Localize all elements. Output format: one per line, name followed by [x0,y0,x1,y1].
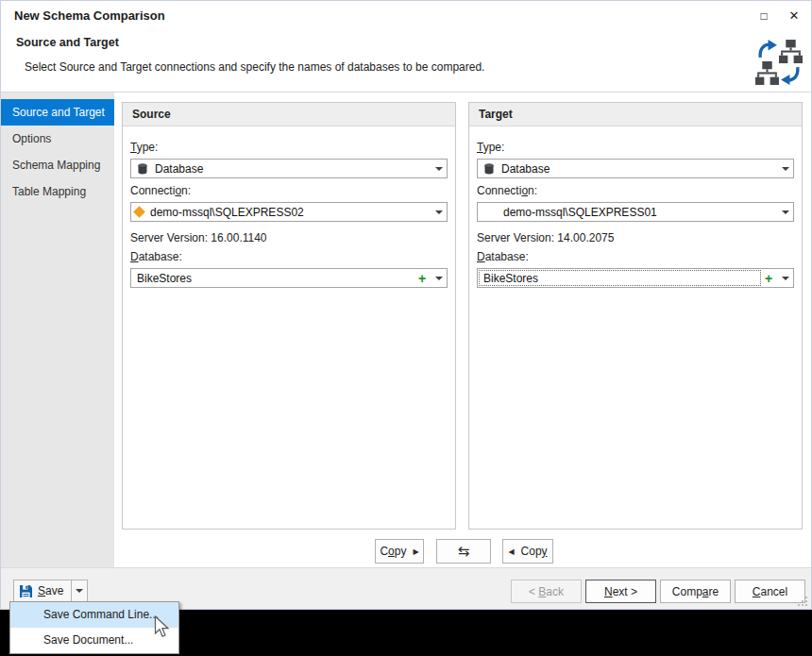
source-connection-label: Connection: [130,184,448,197]
target-database-combobox[interactable]: BikeStores + [477,268,794,288]
dropdown-arrow-icon[interactable] [431,203,447,221]
target-connection-dropdown[interactable]: demo-mssql\SQLEXPRESS01 [477,202,794,222]
screenshot-stage: New Schema Comparison □ ✕ Source and Tar… [0,0,812,656]
target-connection-label: Connection: [477,184,794,197]
source-server-version: Server Version: 16.00.1140 [130,231,448,244]
database-icon [137,163,148,175]
close-button[interactable]: ✕ [783,5,805,27]
sidebar-item-schema-mapping[interactable]: Schema Mapping [1,152,114,178]
database-icon [483,163,495,175]
sidebar-item-source-and-target[interactable]: Source and Target [1,99,114,126]
swap-source-target-button[interactable]: ⇆ [436,539,491,563]
source-database-combobox[interactable]: BikeStores + [130,268,448,288]
target-database-label: Database: [477,250,794,263]
window-title: New Schema Comparison [14,8,165,23]
maximize-button[interactable]: □ [753,5,775,27]
back-button[interactable]: < Back [511,580,582,603]
swap-icon: ⇆ [458,543,470,560]
source-type-value: Database [155,162,203,176]
copy-target-to-source-button[interactable]: ◀ Copy [502,539,553,563]
compare-button[interactable]: Compare [660,580,731,603]
dropdown-arrow-icon[interactable] [431,160,447,177]
resize-grip[interactable] [796,595,807,606]
target-panel: Target Type: Database Connection: demo-m… [468,102,803,530]
save-dropdown-arrow[interactable] [72,580,88,602]
next-button[interactable]: Next > [585,580,656,603]
source-panel: Source Type: Database Connection: [122,102,456,530]
source-type-dropdown[interactable]: Database [130,159,448,178]
cancel-button[interactable]: Cancel [735,580,805,603]
source-connection-dropdown[interactable]: demo-mssql\SQLEXPRESS02 [130,202,448,222]
target-type-value: Database [501,162,550,176]
add-database-icon[interactable]: + [415,269,429,287]
source-type-label: Type: [130,141,448,154]
page-description: Select Source and Target connections and… [25,60,484,74]
arrow-left-icon: ◀ [508,547,514,556]
source-panel-title: Source [123,103,455,126]
mouse-cursor [154,615,170,639]
source-connection-value: demo-mssql\SQLEXPRESS02 [150,206,304,219]
save-floppy-icon [20,585,32,597]
dropdown-arrow-icon[interactable] [431,269,447,287]
add-database-icon[interactable]: + [762,269,775,287]
focus-rectangle [479,270,761,286]
source-database-label: Database: [130,250,448,263]
source-database-value: BikeStores [137,272,192,285]
target-type-label: Type: [477,141,794,154]
dropdown-arrow-icon[interactable] [777,160,793,177]
sidebar-item-options[interactable]: Options [1,126,114,152]
target-type-dropdown[interactable]: Database [477,159,794,178]
schema-comparison-icon [755,39,803,86]
wizard-steps-sidebar: Source and Target Options Schema Mapping… [1,93,114,567]
new-schema-comparison-dialog: New Schema Comparison □ ✕ Source and Tar… [0,0,812,610]
save-label: Save [38,584,63,597]
dropdown-arrow-icon[interactable] [777,269,793,287]
page-title: Source and Target [16,36,119,49]
sidebar-item-table-mapping[interactable]: Table Mapping [1,178,114,205]
save-button[interactable]: Save [13,580,72,602]
save-split-button[interactable]: Save [13,580,88,602]
arrow-right-icon: ▶ [413,547,418,556]
copy-label: Copy [380,545,406,558]
connection-diamond-icon [133,206,145,218]
target-connection-value: demo-mssql\SQLEXPRESS01 [503,206,657,219]
target-panel-title: Target [469,103,802,126]
header-divider [1,92,811,93]
target-server-version: Server Version: 14.00.2075 [477,231,794,244]
dropdown-arrow-icon[interactable] [777,203,793,221]
copy-source-to-target-button[interactable]: Copy ▶ [375,539,424,563]
copy-label: Copy [521,545,548,558]
